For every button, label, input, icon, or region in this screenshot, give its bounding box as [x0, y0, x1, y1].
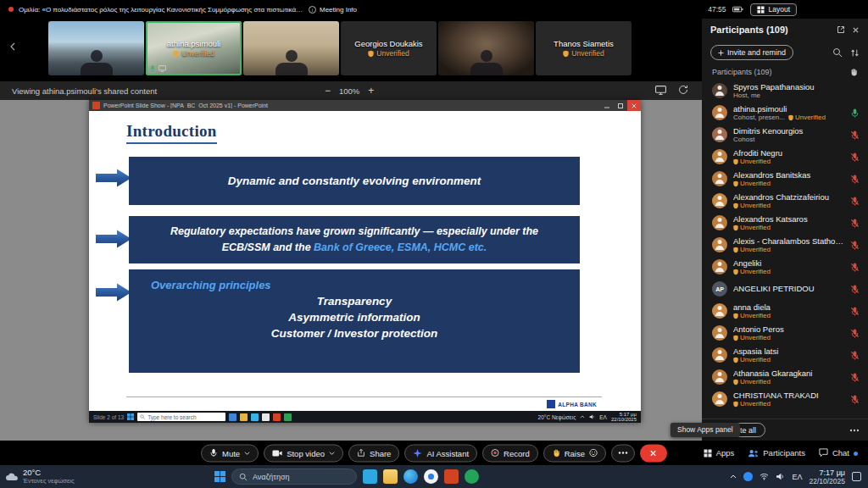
- avatar: [712, 105, 727, 120]
- stop-video-button[interactable]: Stop video: [264, 444, 343, 462]
- participant-row[interactable]: anna diela Unverified: [702, 300, 868, 322]
- taskbar-powerpoint-icon[interactable]: [444, 469, 459, 484]
- invite-and-remind-button[interactable]: Invite and remind: [710, 45, 793, 60]
- avatar: AP: [712, 281, 727, 297]
- meeting-title: Ομιλία: «Ο πολυδιάστατος ρόλος της λειτο…: [19, 6, 303, 14]
- chat-button[interactable]: Chat: [819, 448, 858, 458]
- volume-icon[interactable]: [776, 473, 785, 480]
- sort-participants-button[interactable]: [850, 48, 860, 58]
- participant-row[interactable]: Afroditi Negru Unverified: [702, 146, 868, 168]
- taskbar-center: Αναζήτηση: [214, 465, 479, 488]
- close-panel-button[interactable]: [852, 26, 860, 34]
- slide-box-3-line: Transparency: [129, 293, 580, 309]
- apps-button[interactable]: Apps: [704, 448, 735, 458]
- participant-row[interactable]: athina.psimouli Cohost, presen... Unveri…: [702, 102, 868, 124]
- previous-videos-button[interactable]: [10, 41, 15, 53]
- person-icon: [715, 86, 725, 96]
- search-participants-button[interactable]: [832, 47, 843, 58]
- unverified-badge: Unverified: [733, 356, 771, 363]
- mic-muted-icon: [850, 329, 860, 338]
- content-header-icons: [655, 85, 688, 97]
- zoom-out-button[interactable]: −: [325, 86, 331, 96]
- view-on-device-button[interactable]: [655, 85, 666, 97]
- avatar: [712, 237, 727, 252]
- camera-icon: [272, 449, 282, 457]
- participant-info: Spyros Papathanasiou Host, me: [733, 82, 860, 100]
- raise-hand-button[interactable]: Raise: [543, 444, 606, 462]
- slide-counter: Slide 2 of 13: [93, 414, 124, 420]
- share-button[interactable]: Share: [348, 444, 399, 462]
- meeting-timer: 47:55: [708, 5, 726, 14]
- meeting-info-button[interactable]: i Meeting Info: [309, 6, 357, 14]
- more-controls-button[interactable]: [611, 444, 635, 462]
- participant-row[interactable]: AP ANGELIKI PETRIDOU: [702, 278, 868, 300]
- participant-row[interactable]: Athanasia Gkaragkani Unverified: [702, 366, 868, 388]
- participants-button[interactable]: Participants: [748, 448, 805, 458]
- participant-subline: Unverified: [733, 202, 844, 209]
- participant-subline: Unverified: [733, 378, 844, 385]
- participant-row[interactable]: Alexandros Chatzizafeiriou Unverified: [702, 190, 868, 212]
- presenter-search-box: Type here to search: [137, 413, 225, 421]
- slide-title: Introduction: [126, 122, 217, 144]
- weather-widget[interactable]: 20°C Έντονες νεφώσεις: [5, 465, 75, 488]
- taskbar-clock[interactable]: 7:17 μμ 22/10/2025: [809, 469, 845, 485]
- participant-row[interactable]: Dimitris Kenourgios Cohost: [702, 124, 868, 146]
- shared-content-area[interactable]: PowerPoint Slide Show - [NPA_BC_Oct 2025…: [0, 100, 702, 441]
- mute-button[interactable]: Mute: [201, 444, 259, 462]
- participant-row[interactable]: Aspasia latsi Unverified: [702, 344, 868, 366]
- start-button[interactable]: [214, 471, 225, 482]
- sync-icon: [678, 85, 688, 95]
- participant-subline: Cohost, presen... Unverified: [733, 114, 844, 121]
- notification-center-icon[interactable]: [852, 472, 861, 481]
- taskbar-folder-icon[interactable]: [383, 469, 398, 484]
- slide: Introduction Dynamic and constantly evol…: [89, 111, 641, 411]
- taskbar-search[interactable]: Αναζήτηση: [231, 469, 357, 485]
- video-tile[interactable]: Thanos Siametis Unverified: [536, 21, 632, 75]
- avatar: [712, 369, 727, 385]
- shield-warning-icon: [733, 401, 738, 408]
- taskbar-search-placeholder: Αναζήτηση: [253, 473, 289, 481]
- sync-stage-button[interactable]: [678, 85, 688, 97]
- taskbar-webex-icon[interactable]: [465, 469, 479, 484]
- participant-row[interactable]: Angeliki Unverified: [702, 256, 868, 278]
- participant-name: Spyros Papathanasiou: [733, 82, 860, 92]
- participant-row[interactable]: Antonio Peros Unverified: [702, 322, 868, 344]
- language-indicator[interactable]: ΕΛ: [792, 473, 802, 481]
- taskbar-app-icon: [240, 413, 248, 421]
- tray-webex-icon[interactable]: [743, 472, 753, 481]
- record-label: Record: [504, 448, 530, 458]
- participant-info: ANGELIKI PETRIDOU: [733, 284, 844, 293]
- ai-assistant-button[interactable]: AI Assistant: [404, 444, 477, 462]
- leave-meeting-button[interactable]: [640, 444, 667, 462]
- participant-row[interactable]: Spyros Papathanasiou Host, me: [702, 80, 868, 102]
- tray-chevron-up-icon[interactable]: [730, 474, 737, 479]
- popout-panel-button[interactable]: [837, 25, 845, 34]
- video-tile[interactable]: [243, 21, 339, 75]
- layout-button[interactable]: Layout: [750, 3, 797, 16]
- powerpoint-window: PowerPoint Slide Show - [NPA_BC_Oct 2025…: [89, 100, 641, 423]
- wifi-icon[interactable]: [760, 473, 769, 480]
- zoom-controls: − 100% +: [325, 86, 374, 96]
- taskbar-app-icon[interactable]: [363, 469, 377, 484]
- video-tile[interactable]: athina.psimouli Unverified: [146, 21, 242, 75]
- zoom-in-button[interactable]: +: [368, 86, 374, 96]
- more-options-button[interactable]: [849, 429, 860, 432]
- participant-row[interactable]: Alexandros Banitskas Unverified: [702, 168, 868, 190]
- participant-row[interactable]: Alexis - Charalambos Stathop... Unverifi…: [702, 234, 868, 256]
- taskbar-edge-icon[interactable]: [403, 469, 418, 484]
- shield-warning-icon: [733, 269, 738, 275]
- meeting-info-label: Meeting Info: [320, 6, 357, 14]
- chevron-up-icon: [580, 415, 585, 419]
- avatar: [712, 303, 727, 319]
- avatar: [712, 83, 727, 98]
- search-icon: [239, 473, 248, 481]
- taskbar-chrome-icon[interactable]: [424, 469, 438, 484]
- person-icon: [715, 306, 725, 316]
- info-icon: i: [309, 6, 316, 14]
- video-tile[interactable]: [438, 21, 534, 75]
- record-button[interactable]: Record: [482, 444, 538, 462]
- video-tile[interactable]: Georgios Doukakis Unverified: [341, 21, 437, 75]
- video-tile[interactable]: [48, 21, 144, 75]
- participant-row[interactable]: CHRISTIANA TRAKADI Unverified: [702, 388, 868, 410]
- participant-row[interactable]: Alexandros Katsaros Unverified: [702, 212, 868, 234]
